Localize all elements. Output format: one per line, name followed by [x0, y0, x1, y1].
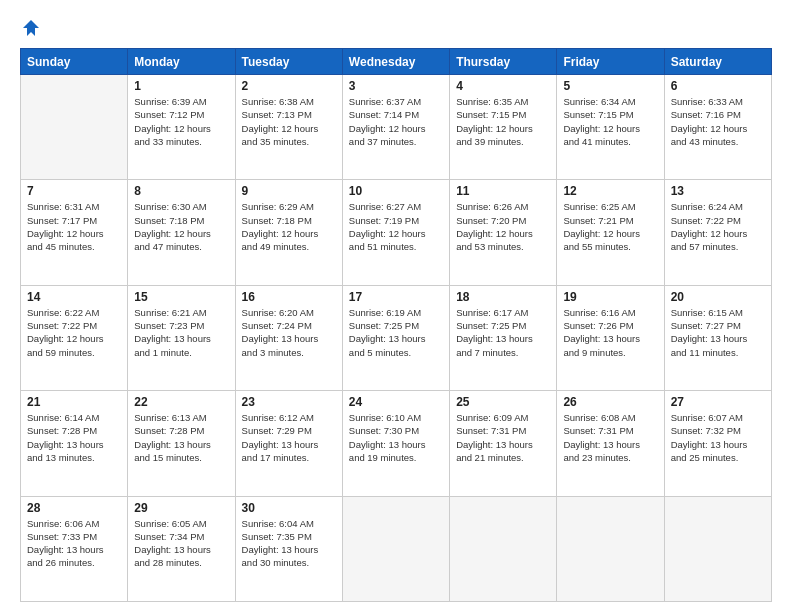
calendar-day-cell: 18Sunrise: 6:17 AMSunset: 7:25 PMDayligh… [450, 285, 557, 390]
day-info: Sunrise: 6:14 AMSunset: 7:28 PMDaylight:… [27, 411, 121, 464]
day-number: 30 [242, 501, 336, 515]
calendar-day-cell: 14Sunrise: 6:22 AMSunset: 7:22 PMDayligh… [21, 285, 128, 390]
day-number: 27 [671, 395, 765, 409]
day-info: Sunrise: 6:21 AMSunset: 7:23 PMDaylight:… [134, 306, 228, 359]
day-info: Sunrise: 6:09 AMSunset: 7:31 PMDaylight:… [456, 411, 550, 464]
calendar-day-cell [21, 75, 128, 180]
calendar-day-cell: 22Sunrise: 6:13 AMSunset: 7:28 PMDayligh… [128, 391, 235, 496]
day-info: Sunrise: 6:10 AMSunset: 7:30 PMDaylight:… [349, 411, 443, 464]
calendar-day-cell: 17Sunrise: 6:19 AMSunset: 7:25 PMDayligh… [342, 285, 449, 390]
day-number: 5 [563, 79, 657, 93]
calendar-day-cell [664, 496, 771, 601]
day-number: 20 [671, 290, 765, 304]
day-info: Sunrise: 6:26 AMSunset: 7:20 PMDaylight:… [456, 200, 550, 253]
day-info: Sunrise: 6:27 AMSunset: 7:19 PMDaylight:… [349, 200, 443, 253]
calendar-day-cell: 8Sunrise: 6:30 AMSunset: 7:18 PMDaylight… [128, 180, 235, 285]
day-info: Sunrise: 6:22 AMSunset: 7:22 PMDaylight:… [27, 306, 121, 359]
calendar-header-row: SundayMondayTuesdayWednesdayThursdayFrid… [21, 49, 772, 75]
header [20, 18, 772, 38]
day-number: 23 [242, 395, 336, 409]
calendar-week-row: 7Sunrise: 6:31 AMSunset: 7:17 PMDaylight… [21, 180, 772, 285]
day-info: Sunrise: 6:07 AMSunset: 7:32 PMDaylight:… [671, 411, 765, 464]
day-number: 22 [134, 395, 228, 409]
calendar-day-cell: 12Sunrise: 6:25 AMSunset: 7:21 PMDayligh… [557, 180, 664, 285]
calendar-day-cell: 30Sunrise: 6:04 AMSunset: 7:35 PMDayligh… [235, 496, 342, 601]
day-info: Sunrise: 6:34 AMSunset: 7:15 PMDaylight:… [563, 95, 657, 148]
svg-marker-0 [23, 20, 39, 36]
calendar-header-saturday: Saturday [664, 49, 771, 75]
day-info: Sunrise: 6:04 AMSunset: 7:35 PMDaylight:… [242, 517, 336, 570]
calendar-day-cell: 2Sunrise: 6:38 AMSunset: 7:13 PMDaylight… [235, 75, 342, 180]
day-number: 28 [27, 501, 121, 515]
day-info: Sunrise: 6:12 AMSunset: 7:29 PMDaylight:… [242, 411, 336, 464]
calendar-header-thursday: Thursday [450, 49, 557, 75]
day-number: 29 [134, 501, 228, 515]
day-info: Sunrise: 6:35 AMSunset: 7:15 PMDaylight:… [456, 95, 550, 148]
day-number: 17 [349, 290, 443, 304]
calendar-day-cell: 15Sunrise: 6:21 AMSunset: 7:23 PMDayligh… [128, 285, 235, 390]
day-info: Sunrise: 6:16 AMSunset: 7:26 PMDaylight:… [563, 306, 657, 359]
day-info: Sunrise: 6:24 AMSunset: 7:22 PMDaylight:… [671, 200, 765, 253]
calendar-week-row: 1Sunrise: 6:39 AMSunset: 7:12 PMDaylight… [21, 75, 772, 180]
calendar-day-cell: 6Sunrise: 6:33 AMSunset: 7:16 PMDaylight… [664, 75, 771, 180]
calendar-day-cell: 23Sunrise: 6:12 AMSunset: 7:29 PMDayligh… [235, 391, 342, 496]
day-number: 15 [134, 290, 228, 304]
calendar-day-cell [342, 496, 449, 601]
day-info: Sunrise: 6:30 AMSunset: 7:18 PMDaylight:… [134, 200, 228, 253]
calendar-day-cell: 28Sunrise: 6:06 AMSunset: 7:33 PMDayligh… [21, 496, 128, 601]
day-number: 19 [563, 290, 657, 304]
calendar-day-cell: 4Sunrise: 6:35 AMSunset: 7:15 PMDaylight… [450, 75, 557, 180]
day-number: 3 [349, 79, 443, 93]
calendar-day-cell: 1Sunrise: 6:39 AMSunset: 7:12 PMDaylight… [128, 75, 235, 180]
day-info: Sunrise: 6:17 AMSunset: 7:25 PMDaylight:… [456, 306, 550, 359]
day-number: 10 [349, 184, 443, 198]
day-number: 13 [671, 184, 765, 198]
day-info: Sunrise: 6:15 AMSunset: 7:27 PMDaylight:… [671, 306, 765, 359]
calendar-day-cell: 7Sunrise: 6:31 AMSunset: 7:17 PMDaylight… [21, 180, 128, 285]
day-number: 6 [671, 79, 765, 93]
calendar-day-cell: 3Sunrise: 6:37 AMSunset: 7:14 PMDaylight… [342, 75, 449, 180]
day-info: Sunrise: 6:20 AMSunset: 7:24 PMDaylight:… [242, 306, 336, 359]
day-info: Sunrise: 6:37 AMSunset: 7:14 PMDaylight:… [349, 95, 443, 148]
calendar-header-friday: Friday [557, 49, 664, 75]
calendar-header-sunday: Sunday [21, 49, 128, 75]
day-number: 14 [27, 290, 121, 304]
day-number: 18 [456, 290, 550, 304]
day-info: Sunrise: 6:13 AMSunset: 7:28 PMDaylight:… [134, 411, 228, 464]
calendar-table: SundayMondayTuesdayWednesdayThursdayFrid… [20, 48, 772, 602]
page: SundayMondayTuesdayWednesdayThursdayFrid… [0, 0, 792, 612]
calendar-week-row: 14Sunrise: 6:22 AMSunset: 7:22 PMDayligh… [21, 285, 772, 390]
day-number: 1 [134, 79, 228, 93]
day-info: Sunrise: 6:05 AMSunset: 7:34 PMDaylight:… [134, 517, 228, 570]
day-info: Sunrise: 6:33 AMSunset: 7:16 PMDaylight:… [671, 95, 765, 148]
calendar-day-cell: 26Sunrise: 6:08 AMSunset: 7:31 PMDayligh… [557, 391, 664, 496]
day-number: 26 [563, 395, 657, 409]
calendar-day-cell: 25Sunrise: 6:09 AMSunset: 7:31 PMDayligh… [450, 391, 557, 496]
day-info: Sunrise: 6:39 AMSunset: 7:12 PMDaylight:… [134, 95, 228, 148]
calendar-day-cell: 27Sunrise: 6:07 AMSunset: 7:32 PMDayligh… [664, 391, 771, 496]
day-number: 25 [456, 395, 550, 409]
logo [20, 18, 42, 38]
calendar-day-cell: 13Sunrise: 6:24 AMSunset: 7:22 PMDayligh… [664, 180, 771, 285]
day-info: Sunrise: 6:08 AMSunset: 7:31 PMDaylight:… [563, 411, 657, 464]
calendar-header-wednesday: Wednesday [342, 49, 449, 75]
day-info: Sunrise: 6:25 AMSunset: 7:21 PMDaylight:… [563, 200, 657, 253]
day-info: Sunrise: 6:06 AMSunset: 7:33 PMDaylight:… [27, 517, 121, 570]
calendar-week-row: 21Sunrise: 6:14 AMSunset: 7:28 PMDayligh… [21, 391, 772, 496]
calendar-day-cell: 5Sunrise: 6:34 AMSunset: 7:15 PMDaylight… [557, 75, 664, 180]
calendar-day-cell: 16Sunrise: 6:20 AMSunset: 7:24 PMDayligh… [235, 285, 342, 390]
day-number: 2 [242, 79, 336, 93]
calendar-header-monday: Monday [128, 49, 235, 75]
calendar-day-cell: 21Sunrise: 6:14 AMSunset: 7:28 PMDayligh… [21, 391, 128, 496]
day-number: 12 [563, 184, 657, 198]
calendar-week-row: 28Sunrise: 6:06 AMSunset: 7:33 PMDayligh… [21, 496, 772, 601]
day-info: Sunrise: 6:29 AMSunset: 7:18 PMDaylight:… [242, 200, 336, 253]
calendar-day-cell: 20Sunrise: 6:15 AMSunset: 7:27 PMDayligh… [664, 285, 771, 390]
day-number: 24 [349, 395, 443, 409]
day-number: 7 [27, 184, 121, 198]
day-number: 9 [242, 184, 336, 198]
calendar-day-cell: 19Sunrise: 6:16 AMSunset: 7:26 PMDayligh… [557, 285, 664, 390]
calendar-day-cell [450, 496, 557, 601]
calendar-day-cell: 9Sunrise: 6:29 AMSunset: 7:18 PMDaylight… [235, 180, 342, 285]
logo-icon [21, 18, 41, 38]
